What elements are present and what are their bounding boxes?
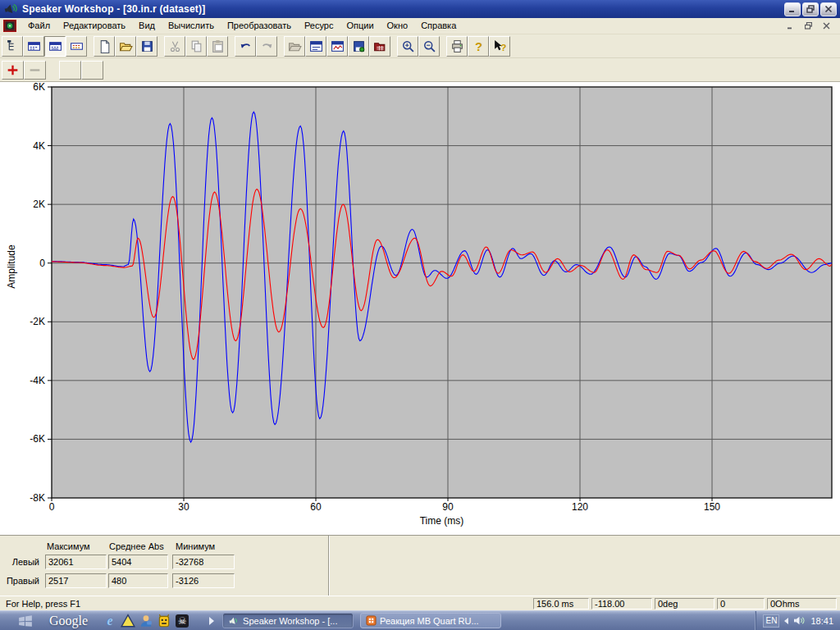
volume-icon[interactable] — [793, 615, 806, 626]
restore-button[interactable] — [802, 2, 819, 16]
plot-area[interactable] — [52, 87, 832, 498]
print-button[interactable] — [446, 36, 468, 57]
help-button[interactable]: ? — [468, 36, 489, 57]
windows-flag-icon[interactable] — [18, 614, 33, 628]
waveform-chart[interactable]: 03060901201506K4K2K0-2K-4K-6K-8K — [0, 82, 840, 535]
task-button-speaker-workshop[interactable]: Speaker Workshop - [... — [222, 613, 354, 628]
menu-view[interactable]: Вид — [132, 18, 162, 34]
paste-button[interactable] — [207, 36, 228, 57]
google-search-deskband[interactable]: Google — [49, 614, 88, 628]
y-tick-label: 4K — [33, 140, 45, 152]
blank-button-2[interactable] — [81, 61, 103, 80]
status-degrees: 0deg — [655, 598, 714, 609]
y-axis-title: Amplitude — [6, 234, 17, 299]
view-properties-button[interactable] — [66, 36, 87, 57]
export-chart-button[interactable] — [369, 36, 390, 57]
undo-button[interactable] — [235, 36, 256, 57]
open-file-button[interactable] — [115, 36, 136, 57]
remove-button[interactable] — [24, 61, 46, 80]
icq-icon[interactable] — [157, 614, 171, 628]
import-folder-icon — [288, 39, 302, 53]
redo-button[interactable] — [256, 36, 277, 57]
zoom-in-icon — [401, 39, 415, 53]
menu-edit[interactable]: Редактировать — [57, 18, 132, 34]
import-folder-button[interactable] — [284, 36, 305, 57]
save-file-button[interactable] — [136, 36, 158, 57]
system-tray: EN 18:41 — [756, 611, 837, 630]
speaker-icon — [3, 2, 18, 16]
internet-explorer-icon[interactable]: e — [103, 614, 117, 628]
stat-left-minimum: -32768 — [172, 555, 235, 569]
y-tick-label: -8K — [30, 492, 45, 504]
zoom-in-button[interactable] — [397, 36, 418, 57]
stat-header-average-abs: Среднее Abs — [109, 541, 164, 551]
language-indicator[interactable]: EN — [763, 614, 779, 628]
task-button-reaction-mb-quart[interactable]: Реакция MB Quart RU... — [360, 613, 501, 628]
menu-calculate[interactable]: Вычислить — [162, 18, 221, 34]
mdi-minimize-button[interactable] — [783, 21, 797, 32]
status-time-ms: 156.0 ms — [533, 598, 589, 609]
close-button[interactable] — [820, 2, 837, 16]
stat-right-maximum: 2517 — [45, 573, 107, 588]
context-help-button[interactable]: ? — [489, 36, 510, 57]
skull-icon[interactable]: ☠ — [175, 614, 189, 628]
taskbar: Google e ☠ — [0, 610, 840, 630]
cut-icon — [168, 39, 182, 53]
quick-launch-overflow-chevron[interactable] — [209, 617, 214, 625]
view-chart-button[interactable] — [44, 36, 66, 57]
dataset-document-icon — [3, 20, 16, 32]
stat-right-average: 480 — [108, 573, 168, 588]
chart-window-button[interactable] — [326, 36, 348, 57]
paste-icon — [211, 39, 225, 53]
chart-window-icon — [331, 39, 345, 53]
windows-logo-icon — [18, 614, 33, 628]
stat-header-maximum: Максимум — [47, 541, 90, 551]
x-tick-label: 0 — [49, 501, 55, 513]
y-tick-label: 2K — [33, 199, 45, 210]
minimize-icon — [787, 22, 794, 30]
context-help-icon: ? — [493, 39, 507, 53]
minimize-button[interactable] — [784, 2, 801, 16]
cut-button[interactable] — [164, 36, 185, 57]
help-icon: ? — [472, 39, 486, 53]
new-document-button[interactable] — [94, 36, 115, 57]
hide-icons-chevron[interactable] — [784, 618, 788, 624]
x-axis-title: Time (ms) — [52, 515, 832, 527]
zoom-out-button[interactable] — [418, 36, 440, 57]
print-icon — [450, 39, 464, 53]
x-tick-label: 30 — [178, 501, 189, 513]
stat-header-minimum: Минимум — [176, 541, 215, 551]
stat-left-average: 5404 — [108, 555, 168, 569]
menu-resource[interactable]: Ресурс — [298, 18, 340, 34]
new-document-icon — [98, 39, 112, 53]
copy-button[interactable] — [185, 36, 207, 57]
blank-button-1[interactable] — [59, 61, 81, 80]
svg-text:?: ? — [500, 41, 506, 52]
tree-view-icon — [6, 39, 20, 53]
speaker-icon — [228, 616, 240, 626]
window-title: Speaker Workshop - [30.in.r (dataset)] — [22, 3, 205, 15]
menu-options[interactable]: Опции — [340, 18, 380, 34]
add-button[interactable] — [2, 61, 24, 80]
minus-icon — [28, 63, 42, 77]
status-count: 0 — [717, 598, 765, 609]
svg-text:?: ? — [474, 39, 482, 52]
save-chart-button[interactable] — [348, 36, 369, 57]
view-datasheet-button[interactable] — [23, 36, 44, 57]
delphi-icon[interactable] — [121, 614, 135, 628]
menu-help[interactable]: Справка — [414, 18, 463, 34]
task-button-label: Speaker Workshop - [... — [243, 616, 337, 626]
mdi-restore-button[interactable] — [801, 21, 815, 32]
menu-window[interactable]: Окно — [381, 18, 415, 34]
plus-icon — [6, 63, 20, 77]
stat-row-label-left: Левый — [5, 557, 39, 567]
menubar: Файл Редактировать Вид Вычислить Преобра… — [0, 18, 840, 34]
menu-file[interactable]: Файл — [21, 18, 57, 34]
menu-transform[interactable]: Преобразовать — [221, 18, 298, 34]
properties-view-icon — [70, 39, 84, 53]
tree-view-button[interactable] — [2, 36, 23, 57]
mdi-close-button[interactable] — [819, 21, 833, 32]
properties-window-button[interactable] — [305, 36, 326, 57]
stat-right-minimum: -3126 — [172, 573, 235, 588]
messenger-icon[interactable] — [139, 614, 153, 628]
